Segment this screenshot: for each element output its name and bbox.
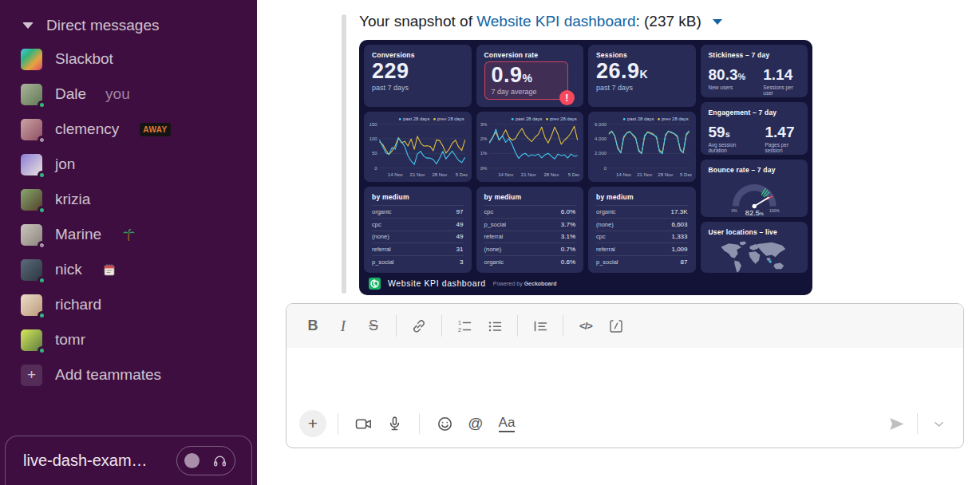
toolbar-code-block-button[interactable] <box>601 313 631 340</box>
medium-label: organic <box>596 208 616 215</box>
huddle-toggle-knob[interactable] <box>184 453 200 468</box>
svg-text:past 28 days: past 28 days <box>627 116 654 121</box>
medium-value: 3.7% <box>561 221 575 228</box>
dm-item-nick[interactable]: nick <box>0 252 257 287</box>
medium-value: 6,603 <box>671 221 687 228</box>
dashboard-snapshot-image[interactable]: Conversions 229 past 7 days 15010050014 … <box>359 40 812 295</box>
medium-value: 97 <box>456 208 464 215</box>
toolbar-blockquote-button[interactable] <box>525 313 555 340</box>
toolbar-bold-button[interactable]: B <box>298 313 328 340</box>
strikethrough-icon: S <box>369 317 378 334</box>
medium-label: cpc <box>372 221 381 228</box>
toolbar-link-button[interactable] <box>404 313 434 340</box>
svg-text:1%: 1% <box>480 151 488 156</box>
svg-text:28 Nov: 28 Nov <box>658 172 673 177</box>
presence-online-dot <box>38 311 46 320</box>
avatar <box>21 294 42 316</box>
you-suffix: you <box>105 85 130 103</box>
medium-label: organic <box>484 258 504 266</box>
live-user-dot <box>769 260 771 262</box>
dm-item-krizia[interactable]: krizia <box>0 182 257 217</box>
medium-value: 3 <box>460 258 463 266</box>
svg-text:100: 100 <box>369 136 378 141</box>
message-input[interactable] <box>286 348 963 406</box>
kpi-value: 26.9 <box>596 59 640 83</box>
medium-label: (none) <box>596 221 614 228</box>
avatar <box>21 84 42 105</box>
show-formatting-button[interactable]: Aa <box>493 410 520 437</box>
table-row: p_social87 <box>596 255 688 268</box>
svg-text:2%: 2% <box>480 136 488 141</box>
conversion-rate-line-chart: 3%2%1%0%14 Nov21 Nov28 Nov5 Decprev 28 d… <box>480 113 580 180</box>
toolbar-code-button[interactable]: </> <box>571 313 601 340</box>
huddle-toggle[interactable] <box>176 446 235 475</box>
dm-item-label: Dale <box>55 85 86 103</box>
audio-clip-button[interactable] <box>381 410 408 437</box>
composer-actions: + <box>286 406 963 448</box>
tile-title: User locations – live <box>709 228 800 236</box>
mention-button[interactable]: @ <box>462 410 489 437</box>
add-teammates-button[interactable]: + Add teammates <box>0 357 257 392</box>
tile-sessions-by-medium: by mediumorganic17.3K(none)6,603cpc1,333… <box>588 187 696 273</box>
tile-conversion-rate: Conversion rate 0.9% 7 day average ! <box>476 45 584 107</box>
smiley-icon <box>437 416 453 432</box>
table-row: (none)6,603 <box>596 218 688 231</box>
table-row: organic97 <box>372 205 464 218</box>
dm-item-slackbot[interactable]: Slackbot <box>0 41 257 77</box>
svg-text:0: 0 <box>604 166 607 171</box>
send-button[interactable] <box>883 410 910 437</box>
medium-value: 1,333 <box>671 233 687 240</box>
medium-value: 31 <box>456 246 464 253</box>
dm-item-marine[interactable]: Marine <box>0 217 257 252</box>
toolbar-italic-button[interactable]: I <box>328 313 358 340</box>
dm-item-label: Slackbot <box>55 50 113 68</box>
add-teammates-label: Add teammates <box>55 366 161 384</box>
dashboard-link[interactable]: Website KPI dashboard <box>476 13 635 30</box>
medium-value: 0.7% <box>561 246 575 253</box>
dm-item-label: clemency <box>55 120 119 138</box>
code-block-icon <box>608 318 624 334</box>
chevron-down-icon[interactable] <box>22 22 34 29</box>
bounce-rate-gauge: 0% 100% 82.5% <box>709 175 800 216</box>
video-clip-button[interactable] <box>350 410 377 437</box>
dm-item-richard[interactable]: richard <box>0 287 257 322</box>
message-prefix: Your snapshot of <box>359 13 472 30</box>
emoji-button[interactable] <box>431 410 458 437</box>
kpi-sublabel: past 7 days <box>596 84 688 92</box>
alert-exclamation-icon: ! <box>559 90 575 105</box>
message-actions-caret-icon[interactable] <box>713 19 722 25</box>
toolbar-divider <box>917 413 918 434</box>
svg-text:150: 150 <box>369 122 378 127</box>
attach-plus-button[interactable]: + <box>299 410 326 437</box>
svg-text:past 28 days: past 28 days <box>516 116 542 121</box>
presence-online-dot <box>38 101 46 109</box>
tile-title: by medium <box>372 191 464 205</box>
dm-item-tomr[interactable]: tomr <box>0 322 257 357</box>
tile-conversions-by-medium: by mediumorganic97cpc49(none)49referral3… <box>364 187 472 273</box>
dm-item-dale[interactable]: Daleyou <box>0 77 257 112</box>
tile-sessions-chart: 6,0004,0002,000014 Nov21 Nov28 Nov5 Decp… <box>588 112 696 182</box>
sidebar: Direct messages SlackbotDaleyouclemencyA… <box>0 0 257 485</box>
schedule-send-button[interactable] <box>925 410 952 437</box>
medium-label: p_social <box>596 258 618 266</box>
toolbar-ordered-list-button[interactable]: 12 <box>449 313 480 340</box>
medium-label: referral <box>596 246 615 253</box>
dm-section-header[interactable]: Direct messages <box>0 0 257 41</box>
table-row: referral1,009 <box>596 242 688 255</box>
dm-item-clemency[interactable]: clemencyAWAY <box>0 112 257 147</box>
medium-value: 49 <box>456 233 464 240</box>
svg-text:2,000: 2,000 <box>595 151 607 156</box>
toolbar-strikethrough-button[interactable]: S <box>358 313 389 340</box>
tile-title: Stickiness – 7 day <box>709 51 800 59</box>
toolbar-divider <box>338 413 338 434</box>
blockquote-icon <box>532 318 548 334</box>
tile-bounce-rate: Bounce rate – 7 day 0% 100% <box>701 160 808 217</box>
dm-item-label: Marine <box>55 226 101 243</box>
aa-format-icon: Aa <box>499 415 516 432</box>
toolbar-bullet-list-button[interactable] <box>480 313 510 340</box>
kpi-value: 229 <box>372 59 409 83</box>
medium-label: organic <box>372 208 392 215</box>
dm-item-label: tomr <box>55 331 85 349</box>
dm-item-jon[interactable]: jon <box>0 147 257 182</box>
bullet-list-icon <box>487 318 503 334</box>
